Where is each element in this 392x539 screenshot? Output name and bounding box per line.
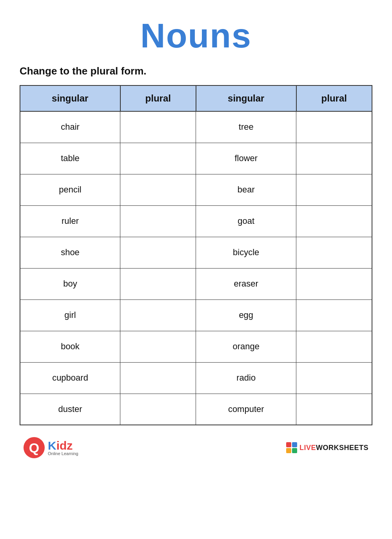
right-plural-cell[interactable] [296,205,372,237]
table-row: boyeraser [20,268,372,299]
lws-icon-blue [292,442,297,447]
lws-icon-red [286,442,291,447]
right-plural-cell[interactable] [296,331,372,362]
table-row: bookorange [20,331,372,362]
left-singular-cell: chair [20,111,120,143]
right-singular-cell: eraser [196,268,296,299]
right-plural-cell[interactable] [296,143,372,174]
right-plural-cell[interactable] [296,174,372,205]
right-singular-cell: bicycle [196,237,296,268]
right-singular-cell: goat [196,205,296,237]
right-plural-cell[interactable] [296,299,372,331]
left-plural-cell[interactable] [120,331,196,362]
right-singular-cell: egg [196,299,296,331]
qkidz-brand: Kidz [48,440,78,452]
left-singular-cell: duster [20,394,120,425]
footer: Kidz Online Learning LIVEWORKSHEETS [20,437,372,458]
left-plural-cell[interactable] [120,205,196,237]
col-header-plural-1: plural [120,85,196,111]
qkidz-tagline: Online Learning [48,452,78,456]
col-header-singular-2: singular [196,85,296,111]
liveworksheets-logo: LIVEWORKSHEETS [286,442,368,453]
left-plural-cell[interactable] [120,111,196,143]
right-plural-cell[interactable] [296,268,372,299]
table-row: shoebicycle [20,237,372,268]
right-singular-cell: bear [196,174,296,205]
left-singular-cell: boy [20,268,120,299]
table-row: rulergoat [20,205,372,237]
left-singular-cell: table [20,143,120,174]
left-plural-cell[interactable] [120,174,196,205]
qkidz-logo: Kidz Online Learning [24,437,78,458]
right-singular-cell: computer [196,394,296,425]
col-header-plural-2: plural [296,85,372,111]
left-plural-cell[interactable] [120,237,196,268]
left-plural-cell[interactable] [120,143,196,174]
lws-icon-green [292,448,297,453]
left-singular-cell: shoe [20,237,120,268]
right-plural-cell[interactable] [296,394,372,425]
lws-icon-grid [286,442,297,453]
table-row: girlegg [20,299,372,331]
table-row: chairtree [20,111,372,143]
right-plural-cell[interactable] [296,237,372,268]
left-singular-cell: girl [20,299,120,331]
q-logo-circle [24,437,45,458]
right-singular-cell: orange [196,331,296,362]
table-row: dustercomputer [20,394,372,425]
left-plural-cell[interactable] [120,362,196,394]
liveworksheets-text: LIVEWORKSHEETS [299,444,368,452]
left-singular-cell: pencil [20,174,120,205]
qkidz-text: Kidz Online Learning [48,440,78,456]
right-singular-cell: radio [196,362,296,394]
nouns-table: singular plural singular plural chairtre… [20,85,372,425]
left-singular-cell: cupboard [20,362,120,394]
table-row: cupboardradio [20,362,372,394]
lws-icon-orange [286,448,291,453]
right-plural-cell[interactable] [296,362,372,394]
left-plural-cell[interactable] [120,268,196,299]
left-plural-cell[interactable] [120,394,196,425]
left-singular-cell: ruler [20,205,120,237]
col-header-singular-1: singular [20,85,120,111]
right-singular-cell: tree [196,111,296,143]
page-title: Nouns [140,16,252,56]
subtitle: Change to the plural form. [20,65,372,77]
right-singular-cell: flower [196,143,296,174]
table-row: tableflower [20,143,372,174]
left-singular-cell: book [20,331,120,362]
table-row: pencilbear [20,174,372,205]
right-plural-cell[interactable] [296,111,372,143]
left-plural-cell[interactable] [120,299,196,331]
